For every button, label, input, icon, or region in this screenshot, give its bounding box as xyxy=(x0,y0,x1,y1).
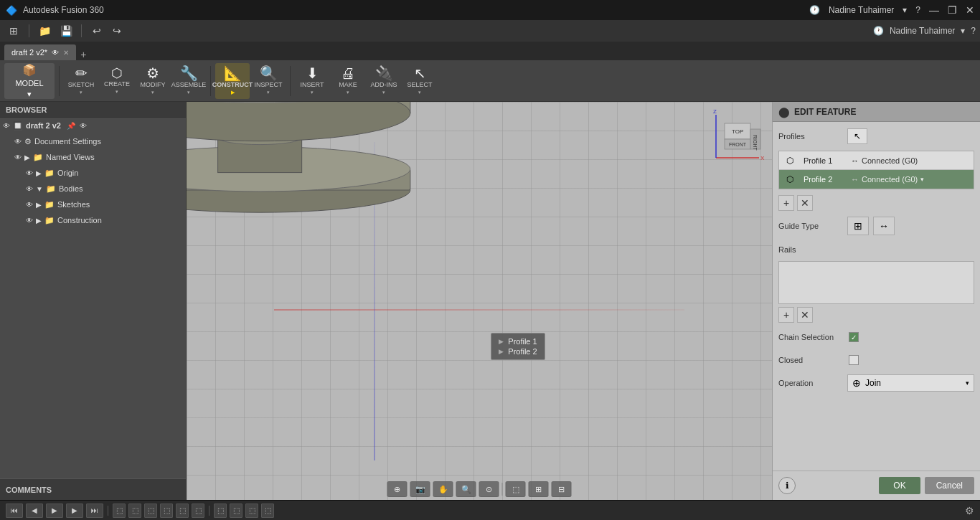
remove-rail-button[interactable]: ✕ xyxy=(797,307,813,323)
browser-item-settings[interactable]: 👁 ⚙ Document Settings xyxy=(0,133,186,149)
ok-button[interactable]: OK xyxy=(879,477,920,494)
timeline-btn5[interactable]: ⬚ xyxy=(176,504,189,518)
add-tab-button[interactable]: + xyxy=(77,49,89,60)
tab-label: draft 2 v2* xyxy=(11,48,47,57)
insert-button[interactable]: ⬇ INSERT ▾ xyxy=(295,63,329,99)
item-pin[interactable]: 📌 xyxy=(67,122,75,130)
assemble-button[interactable]: 🔧 ASSEMBLE ▾ xyxy=(171,63,206,99)
profile2-dropdown-arrow[interactable]: ▾ xyxy=(920,176,924,183)
inspect-button[interactable]: 🔍 INSPECT ▾ xyxy=(251,63,286,99)
browser-item-origin[interactable]: 👁 ▶ 📁 Origin xyxy=(0,165,186,181)
timeline-btn3[interactable]: ⬚ xyxy=(144,504,157,518)
orbit-button[interactable]: ⊕ xyxy=(387,481,407,497)
user-name[interactable]: Nadine Tuhaimer xyxy=(829,5,894,15)
eye-icon[interactable]: 👁 xyxy=(26,185,33,193)
add-profile-button[interactable]: + xyxy=(778,195,794,211)
expand-icon[interactable]: ▶ xyxy=(24,153,30,161)
settings-gear-icon[interactable]: ⚙ xyxy=(965,505,974,516)
profile1-row[interactable]: ⬡ Profile 1 ↔ Connected (G0) xyxy=(779,151,974,170)
display-mode-button[interactable]: ⬚ xyxy=(506,481,526,497)
fit-button[interactable]: ⊙ xyxy=(479,481,499,497)
look-at-button[interactable]: 📷 xyxy=(410,481,430,497)
operation-select[interactable]: ⊕ Join ▾ xyxy=(847,374,974,392)
cancel-button[interactable]: Cancel xyxy=(925,477,974,494)
guide-type-button2[interactable]: ↔ xyxy=(873,217,895,235)
profiles-select-button[interactable]: ↖ xyxy=(847,128,867,144)
expand-icon[interactable]: ▼ xyxy=(36,185,43,193)
history-icon[interactable]: 🕐 xyxy=(809,5,820,15)
env-button[interactable]: ⊟ xyxy=(552,481,572,497)
user-arrow[interactable]: ▾ xyxy=(903,5,907,15)
expand-icon[interactable]: ▶ xyxy=(36,217,42,224)
timeline-btn7[interactable]: ⬚ xyxy=(214,504,227,518)
active-tab[interactable]: draft 2 v2* 👁 ✕ xyxy=(4,44,76,60)
timeline-btn8[interactable]: ⬚ xyxy=(230,504,242,518)
grid-menu-button[interactable]: ⊞ xyxy=(4,22,23,40)
timeline-btn4[interactable]: ⬚ xyxy=(160,504,173,518)
select-button[interactable]: ↖ SELECT ▾ xyxy=(402,63,437,99)
toolbar-addins-group: 🔌 ADD-INS ▾ xyxy=(367,63,401,99)
browser-item-construction[interactable]: 👁 ▶ 📁 Construction xyxy=(0,212,186,228)
close-button[interactable]: ✕ xyxy=(966,4,974,16)
play-button[interactable]: ▶ xyxy=(46,504,63,518)
help-button[interactable]: ? xyxy=(915,5,920,15)
redo-button[interactable]: ↪ xyxy=(108,22,126,40)
eye-icon[interactable]: 👁 xyxy=(26,169,33,177)
timeline-btn9[interactable]: ⬚ xyxy=(245,504,258,518)
guide-type-button1[interactable]: ⊞ xyxy=(847,217,869,235)
timeline-btn1[interactable]: ⬚ xyxy=(113,504,126,518)
view-cube[interactable]: X Z TOP FRONT RIGHT xyxy=(709,108,766,165)
item-visible[interactable]: 👁 xyxy=(80,122,87,130)
modify-button[interactable]: ⚙ MODIFY ▾ xyxy=(136,63,170,99)
folder-icon: 🔲 xyxy=(13,121,23,131)
folder-icon: 📁 xyxy=(46,184,56,194)
expand-icon[interactable]: ▶ xyxy=(36,169,42,177)
toolbar-create-group: ⬡ CREATE ▾ xyxy=(100,63,134,99)
grid-button[interactable]: ⊞ xyxy=(529,481,549,497)
profile2-row[interactable]: ⬡ Profile 2 ↔ Connected (G0) ▾ xyxy=(779,170,974,189)
remove-profile-button[interactable]: ✕ xyxy=(797,195,813,211)
chain-selection-checkbox[interactable]: ✓ xyxy=(849,332,859,342)
closed-checkbox[interactable] xyxy=(849,355,859,365)
restore-button[interactable]: ❐ xyxy=(948,4,957,16)
construct-button[interactable]: 📐 CONSTRUCT ▶ xyxy=(215,63,250,99)
add-rail-button[interactable]: + xyxy=(778,307,794,323)
make-button[interactable]: 🖨 MAKE ▾ xyxy=(331,63,365,99)
viewport[interactable]: ▶ Profile 1 ▶ Profile 2 X Z xyxy=(187,102,772,500)
item-label: Origin xyxy=(57,169,78,177)
toolbar-make-group: 🖨 MAKE ▾ xyxy=(331,63,365,99)
timeline-btn6[interactable]: ⬚ xyxy=(192,504,204,518)
pan-button[interactable]: ✋ xyxy=(433,481,453,497)
undo-button[interactable]: ↩ xyxy=(88,22,106,40)
eye-icon[interactable]: 👁 xyxy=(14,153,22,161)
eye-icon[interactable]: 👁 xyxy=(26,217,33,224)
browser-item-bodies[interactable]: 👁 ▼ 📁 Bodies xyxy=(0,181,186,197)
open-button[interactable]: 📁 xyxy=(35,22,54,40)
addins-button[interactable]: 🔌 ADD-INS ▾ xyxy=(367,63,401,99)
browser-item-root[interactable]: 👁 🔲 draft 2 v2 📌 👁 xyxy=(0,118,186,133)
eye-icon[interactable]: 👁 xyxy=(3,122,10,130)
expand-icon[interactable]: ▶ xyxy=(36,201,42,209)
info-button[interactable]: ℹ xyxy=(778,477,796,494)
history-clock-icon[interactable]: 🕐 xyxy=(873,26,884,36)
tab-close-button[interactable]: ✕ xyxy=(63,49,69,57)
last-frame-button[interactable]: ⏭ xyxy=(86,504,103,518)
help-menu[interactable]: ? xyxy=(971,26,976,36)
first-frame-button[interactable]: ⏮ xyxy=(6,504,23,518)
timeline-btn2[interactable]: ⬚ xyxy=(128,504,141,518)
user-menu-arrow[interactable]: ▾ xyxy=(961,26,965,36)
prev-frame-button[interactable]: ◀ xyxy=(26,504,43,518)
browser-item-named-views[interactable]: 👁 ▶ 📁 Named Views xyxy=(0,149,186,165)
next-frame-button[interactable]: ▶ xyxy=(66,504,83,518)
sketch-button[interactable]: ✏ SKETCH ▾ xyxy=(64,63,98,99)
save-button[interactable]: 💾 xyxy=(57,22,75,40)
mode-button[interactable]: 📦 MODEL ▾ xyxy=(4,63,55,99)
minimize-button[interactable]: — xyxy=(929,4,939,16)
browser-item-sketches[interactable]: 👁 ▶ 📁 Sketches xyxy=(0,197,186,212)
eye-icon[interactable]: 👁 xyxy=(14,138,22,146)
create-button[interactable]: ⬡ CREATE ▾ xyxy=(100,63,134,99)
eye-icon[interactable]: 👁 xyxy=(26,201,33,209)
zoom-button[interactable]: 🔍 xyxy=(456,481,476,497)
user-menu[interactable]: Nadine Tuhaimer xyxy=(890,26,955,36)
timeline-btn10[interactable]: ⬚ xyxy=(261,504,274,518)
